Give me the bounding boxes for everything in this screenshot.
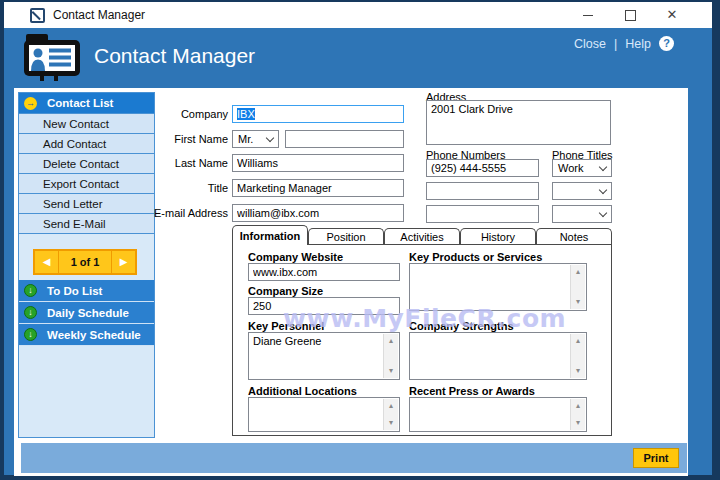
chevron-down-icon [599, 162, 607, 170]
phone-title-select-1[interactable]: Work [552, 159, 612, 177]
scrollbar[interactable]: ▴▾ [570, 399, 585, 430]
phone-title-value: Work [558, 162, 583, 174]
sidebar-item-label: Daily Schedule [47, 307, 129, 319]
pager-label: 1 of 1 [59, 251, 111, 273]
main-panel: → Contact List New Contact Add Contact D… [14, 88, 688, 476]
sidebar-item-todo-list[interactable]: ↓ To Do List [19, 280, 154, 302]
close-icon[interactable]: ✕ [666, 9, 678, 21]
email-input[interactable] [232, 204, 404, 222]
sidebar-item-daily-schedule[interactable]: ↓ Daily Schedule [19, 302, 154, 324]
sidebar-item-weekly-schedule[interactable]: ↓ Weekly Schedule [19, 324, 154, 346]
arrow-down-circle-icon: ↓ [24, 284, 37, 297]
contact-card-logo-icon [24, 34, 84, 86]
scroll-up-icon[interactable]: ▴ [384, 402, 398, 410]
tab-activities[interactable]: Activities [384, 228, 460, 244]
address-field[interactable]: 2001 Clark Drive [426, 100, 611, 145]
first-name-label: First Name [54, 130, 228, 148]
company-website-label: Company Website [248, 251, 343, 263]
title-bar: Contact Manager ✕ [4, 2, 712, 28]
tab-position[interactable]: Position [308, 228, 384, 244]
company-strengths-field[interactable]: ▴▾ [409, 332, 587, 380]
app-window: Contact Manager ✕ Contact Manager [4, 2, 712, 475]
sidebar-item-label: Weekly Schedule [47, 329, 141, 341]
company-website-input[interactable] [248, 263, 400, 281]
footer-bar: Print [21, 443, 687, 473]
field-text: Diane Greene [253, 335, 322, 347]
minimize-icon[interactable] [582, 9, 594, 21]
recent-press-label: Recent Press or Awards [409, 385, 535, 397]
header-title: Contact Manager [94, 44, 255, 68]
company-label: Company [54, 105, 228, 123]
phone-title-select-2[interactable] [552, 182, 612, 200]
app-icon [30, 8, 45, 23]
selected-text: IBX [237, 108, 255, 120]
company-strengths-label: Company Strengths [409, 320, 514, 332]
email-label: E-mail Address [54, 204, 228, 222]
phone-number-input-1[interactable] [426, 159, 539, 177]
scrollbar[interactable]: ▴▾ [383, 399, 398, 430]
window-title: Contact Manager [53, 8, 145, 22]
key-products-label: Key Products or Services [409, 251, 542, 263]
phone-number-input-3[interactable] [426, 205, 539, 223]
scroll-up-icon[interactable]: ▴ [384, 337, 398, 345]
phone-title-select-3[interactable] [552, 205, 612, 223]
tab-information[interactable]: Information [232, 225, 308, 245]
record-pager: ◀ 1 of 1 ▶ [33, 249, 137, 275]
scroll-down-icon[interactable]: ▾ [571, 367, 585, 375]
maximize-icon[interactable] [624, 9, 636, 21]
help-link[interactable]: Help [625, 37, 651, 51]
scroll-down-icon[interactable]: ▾ [571, 419, 585, 427]
key-personnel-label: Key Personnel [248, 320, 324, 332]
print-button[interactable]: Print [633, 448, 679, 468]
company-input[interactable]: IBX [232, 105, 404, 123]
name-prefix-select[interactable]: Mr. [232, 130, 279, 148]
scroll-down-icon[interactable]: ▾ [384, 419, 398, 427]
close-link[interactable]: Close [574, 37, 606, 51]
last-name-label: Last Name [54, 154, 228, 172]
arrow-right-circle-icon: → [24, 97, 37, 110]
company-size-input[interactable] [248, 297, 400, 315]
pager-prev-icon[interactable]: ◀ [35, 251, 59, 273]
first-name-input[interactable] [285, 130, 404, 148]
tab-history[interactable]: History [460, 228, 536, 244]
recent-press-field[interactable]: ▴▾ [409, 397, 587, 432]
scrollbar[interactable]: ▴▾ [383, 334, 398, 378]
additional-locations-field[interactable]: ▴▾ [248, 397, 400, 432]
name-prefix-value: Mr. [238, 133, 253, 145]
additional-locations-label: Additional Locations [248, 385, 357, 397]
scroll-up-icon[interactable]: ▴ [571, 337, 585, 345]
arrow-down-circle-icon: ↓ [24, 306, 37, 319]
scroll-up-icon[interactable]: ▴ [571, 402, 585, 410]
sidebar-item-label: To Do List [47, 285, 102, 297]
window-controls: ✕ [582, 9, 678, 21]
key-personnel-field[interactable]: Diane Greene ▴▾ [248, 332, 400, 380]
title-input[interactable] [232, 179, 404, 197]
scroll-up-icon[interactable]: ▴ [571, 268, 585, 276]
title-label: Title [54, 179, 228, 197]
chevron-down-icon [266, 133, 274, 141]
arrow-down-circle-icon: ↓ [24, 328, 37, 341]
key-products-field[interactable]: ▴▾ [409, 263, 587, 311]
header-links: Close | Help ? [574, 36, 674, 51]
scrollbar[interactable]: ▴▾ [570, 265, 585, 309]
scroll-down-icon[interactable]: ▾ [384, 367, 398, 375]
phone-number-input-2[interactable] [426, 182, 539, 200]
tab-strip: Information Position Activities History … [232, 225, 614, 245]
company-size-label: Company Size [248, 285, 323, 297]
pager-next-icon[interactable]: ▶ [111, 251, 135, 273]
link-separator: | [614, 37, 617, 51]
app-header: Contact Manager Close | Help ? [4, 28, 712, 88]
chevron-down-icon [599, 185, 607, 193]
help-icon[interactable]: ? [659, 36, 674, 51]
information-tab-panel: Company Website Company Size Key Personn… [232, 244, 612, 436]
tab-notes[interactable]: Notes [536, 228, 612, 244]
scrollbar[interactable]: ▴▾ [570, 334, 585, 378]
last-name-input[interactable] [232, 154, 404, 172]
scroll-down-icon[interactable]: ▾ [571, 298, 585, 306]
chevron-down-icon [599, 208, 607, 216]
